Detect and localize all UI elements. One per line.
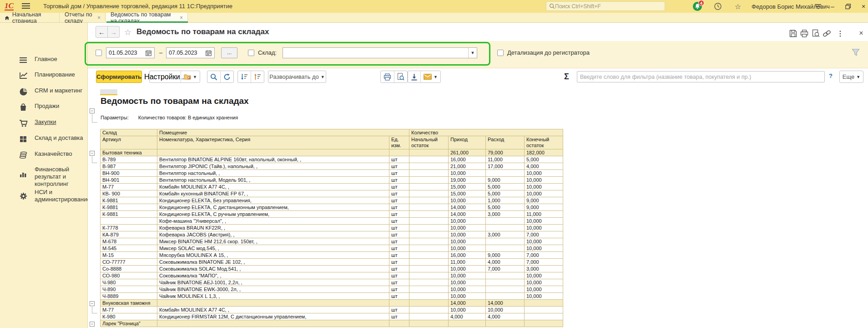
cell[interactable] xyxy=(525,320,563,327)
cell[interactable] xyxy=(525,313,563,320)
cell[interactable] xyxy=(409,204,449,211)
date-to-input[interactable] xyxy=(167,50,204,56)
cell[interactable]: 10,000 xyxy=(525,272,563,279)
autosum-sigma-icon[interactable]: Σ xyxy=(564,72,569,82)
tab-close-icon[interactable]: × xyxy=(97,15,101,21)
cell[interactable]: 10,000 xyxy=(449,225,486,231)
date-from-field[interactable] xyxy=(106,47,155,58)
detail-checkbox[interactable] xyxy=(497,50,504,56)
cell[interactable]: 15,000 xyxy=(449,184,486,190)
cell[interactable]: Кондиционер ELEKTA, С дистанционным упра… xyxy=(157,204,389,211)
cell[interactable]: Бытовая техника xyxy=(101,149,157,156)
cell[interactable]: 7,000 xyxy=(525,259,563,266)
cell[interactable]: 10,000 xyxy=(525,245,563,252)
col-header-ed-izm[interactable]: Ед. изм. xyxy=(389,136,409,149)
group-row[interactable]: Внуковская таможня14,00014,000 xyxy=(101,300,563,307)
favorite-star-icon[interactable]: ☆ xyxy=(124,27,131,37)
cell[interactable]: шт xyxy=(389,177,409,184)
cell[interactable] xyxy=(389,300,409,307)
help-button[interactable]: ? xyxy=(829,72,833,79)
cell[interactable] xyxy=(409,225,449,231)
table-row[interactable]: М-678Миксер BINATONE HM 212,6 скор. 150в… xyxy=(101,238,563,245)
cell[interactable]: Кондиционер FIRMSTAR 12M, С дистанционны… xyxy=(157,313,389,320)
warehouse-checkbox[interactable] xyxy=(248,50,254,56)
cell[interactable]: 10,000 xyxy=(449,170,486,177)
cell[interactable]: 3,000 xyxy=(486,231,525,238)
cell[interactable]: 10,000 xyxy=(449,286,486,293)
cell[interactable]: 10,000 xyxy=(525,279,563,286)
forward-button[interactable]: → xyxy=(107,26,120,38)
cell[interactable]: 9,000 xyxy=(486,177,525,184)
expand-groups-button[interactable] xyxy=(251,71,264,82)
cell[interactable] xyxy=(409,252,449,259)
cell[interactable]: 17,000 xyxy=(486,163,525,170)
cell[interactable]: Кофеварка JACOBS (Австрия), , xyxy=(157,231,389,238)
cell[interactable]: Ларек "Розница" xyxy=(101,320,157,327)
cell[interactable]: 14,000 xyxy=(449,300,486,307)
cell[interactable] xyxy=(409,184,449,190)
cell[interactable]: КА-879 xyxy=(101,231,157,238)
cell[interactable]: 10,000 xyxy=(449,279,486,286)
cell[interactable]: 5,000 xyxy=(525,156,563,163)
group-row[interactable]: Ларек "Розница" xyxy=(101,320,563,327)
cell[interactable]: шт xyxy=(389,170,409,177)
cell[interactable]: Соковыжималка BINATONE JE 102, , xyxy=(157,259,389,266)
window-minimize-button[interactable]: – xyxy=(827,1,838,12)
cell[interactable]: Соковыжималка "МАПО", , xyxy=(157,272,389,279)
filter-funnel-icon[interactable] xyxy=(852,48,860,58)
cell[interactable]: 10,000 xyxy=(525,225,563,231)
service-menu-icon[interactable] xyxy=(812,1,823,12)
cell[interactable]: К-9881 xyxy=(101,204,157,211)
table-row[interactable]: К-7778Кофеварка BRAUN KF22R, ,шт10,00010… xyxy=(101,225,563,231)
cell[interactable] xyxy=(409,149,449,156)
cell[interactable]: шт xyxy=(389,279,409,286)
tab-home[interactable]: Начальная страница xyxy=(0,13,60,23)
col-header-pomeshchenie[interactable]: Помещение xyxy=(157,129,409,136)
cell[interactable] xyxy=(101,218,157,225)
more-actions-icon[interactable]: ⋮ xyxy=(835,28,845,38)
table-row[interactable]: М-77Комбайн MOULINEX А77 4С, ,шт10,00010… xyxy=(101,307,563,313)
table-row[interactable]: К-9881Кондиционер ELEKTA, Без управления… xyxy=(101,197,563,204)
cell[interactable]: шт xyxy=(389,218,409,225)
history-icon[interactable] xyxy=(712,1,723,12)
cell[interactable]: 1,000 xyxy=(486,197,525,204)
cell[interactable]: шт xyxy=(389,245,409,252)
cell[interactable]: 9,000 xyxy=(525,197,563,204)
cell[interactable]: 19,000 xyxy=(449,177,486,184)
table-row[interactable]: М-77Комбайн MOULINEX А77 4С, ,шт15,0005,… xyxy=(101,184,563,190)
cell[interactable]: 10,000 xyxy=(486,307,525,313)
cell[interactable]: Чайник BINATONE AEJ-1001, 2,2л, , xyxy=(157,279,389,286)
cell[interactable] xyxy=(486,279,525,286)
cell[interactable] xyxy=(486,320,525,327)
cell[interactable]: Комбайн MOULINEX А77 4С, , xyxy=(157,184,389,190)
tab-warehouse-reports[interactable]: Отчеты по складу × xyxy=(60,13,106,23)
table-row[interactable]: КА-879Кофеварка JACOBS (Австрия), ,шт10,… xyxy=(101,231,563,238)
cell[interactable]: М-15 xyxy=(101,252,157,259)
table-row[interactable]: ВН-901Вентилятор настольный, Модель 901,… xyxy=(101,177,563,184)
cell[interactable]: 3,000 xyxy=(486,211,525,218)
cell[interactable]: шт xyxy=(389,266,409,272)
word-filter-input[interactable] xyxy=(577,71,825,82)
cell[interactable] xyxy=(409,245,449,252)
cell[interactable] xyxy=(409,197,449,204)
cell[interactable] xyxy=(409,266,449,272)
cell[interactable]: К-9881 xyxy=(101,197,157,204)
date-from-input[interactable] xyxy=(106,50,144,56)
cell[interactable] xyxy=(409,259,449,266)
cell[interactable]: Чайник MOULINEX L 1,3, , xyxy=(157,293,389,300)
cell[interactable] xyxy=(486,218,525,225)
cell[interactable]: Кофе-машина "Универсал", , xyxy=(157,218,389,225)
warehouse-combo[interactable]: ▼ xyxy=(283,47,477,58)
cell[interactable]: ВН-901 xyxy=(101,177,157,184)
cell[interactable]: М-77 xyxy=(101,307,157,313)
tab-close-icon[interactable]: × xyxy=(180,15,183,21)
cell[interactable]: Чайник BINATONE EWK-3000, 2л, , xyxy=(157,286,389,293)
expand-to-button[interactable]: Разворачивать до ▼ xyxy=(268,71,326,83)
cell[interactable]: 79,000 xyxy=(486,149,525,156)
cell[interactable]: Вентилятор настольный, , xyxy=(157,170,389,177)
cell[interactable]: Ч-8889 xyxy=(101,293,157,300)
cell[interactable] xyxy=(157,149,389,156)
table-row[interactable]: Ч-980Чайник BINATONE AEJ-1001, 2,2л, ,шт… xyxy=(101,279,563,286)
favorites-star-icon[interactable]: ☆ xyxy=(732,1,743,12)
cell[interactable]: Вентилятор настольный, Модель 901, , xyxy=(157,177,389,184)
